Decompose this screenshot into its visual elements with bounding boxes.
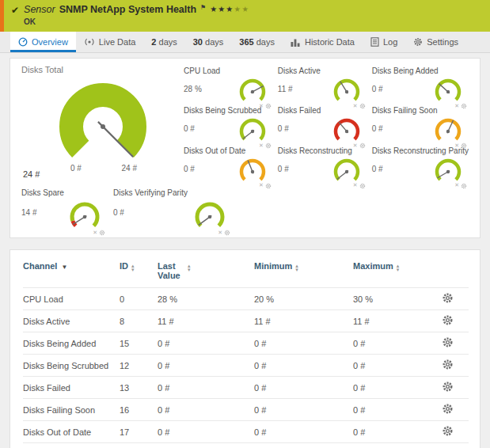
gauge-mute-icon[interactable]: ✕ xyxy=(353,182,358,188)
channel-actions-cell xyxy=(432,355,469,377)
tab-365-days[interactable]: 365 days xyxy=(231,32,283,52)
gauge-cpu-load[interactable]: CPU Load 28 % ✕ xyxy=(184,66,273,104)
gauge-settings-icon[interactable] xyxy=(359,98,366,112)
channel-cell: 12 xyxy=(120,355,158,377)
tab-30-days[interactable]: 30 days xyxy=(185,32,232,52)
gauge-action-icons: ✕ xyxy=(259,138,272,152)
gauge-settings-icon[interactable] xyxy=(265,178,272,192)
priority-stars-filled: ★★★ xyxy=(210,5,234,13)
channel-cell: 0 # xyxy=(158,443,254,448)
gauge-mute-icon[interactable]: ✕ xyxy=(259,142,264,148)
channel-settings-gear-icon[interactable] xyxy=(442,403,454,415)
gauge-mute-icon[interactable]: ✕ xyxy=(454,182,459,188)
gauge-settings-icon[interactable] xyxy=(461,178,467,192)
gauge-dial: ✕ xyxy=(234,116,273,152)
channel-settings-gear-icon[interactable] xyxy=(442,292,454,304)
gauge-mute-icon[interactable]: ✕ xyxy=(454,103,459,108)
channel-cell: 0 # xyxy=(254,355,353,377)
gauge-action-icons: ✕ xyxy=(353,98,366,112)
channel-name[interactable]: Disks Failing Soon xyxy=(23,399,120,421)
channel-name[interactable]: Disks Active xyxy=(23,310,120,332)
channel-settings-gear-icon[interactable] xyxy=(442,381,454,393)
tab-label: Settings xyxy=(427,37,458,47)
table-row: CPU Load028 %20 %30 % xyxy=(23,288,469,310)
tab-label: Overview xyxy=(32,37,68,47)
channel-table: Channel▼ID▴▾Last Value▴▾Minimum▴▾Maximum… xyxy=(23,256,469,448)
gauge-mute-icon[interactable]: ✕ xyxy=(93,230,97,235)
tab-historic-data[interactable]: Historic Data xyxy=(283,32,363,52)
table-row: Disks Being Added150 #0 #0 # xyxy=(23,332,469,355)
table-row: Disks Reconstructing90 #0 #0 # xyxy=(23,443,469,448)
main-gauge-max: 24 # xyxy=(122,164,137,173)
gauge-settings-icon[interactable] xyxy=(359,138,366,152)
gauge-action-icons: ✕ xyxy=(353,178,366,192)
gauge-settings-icon[interactable] xyxy=(265,138,272,152)
gauge-settings-icon[interactable] xyxy=(224,225,230,239)
channel-name[interactable]: Disks Being Scrubbed xyxy=(23,355,120,377)
channel-settings-gear-icon[interactable] xyxy=(442,359,454,370)
tab-live-data[interactable]: Live Data xyxy=(76,32,143,52)
gauge-title: Disks Active xyxy=(278,66,367,75)
tab-overview[interactable]: Overview xyxy=(10,32,76,52)
tab-2-days[interactable]: 2 days xyxy=(143,32,184,52)
gauge-disks-verifying-parity[interactable]: Disks Verifying Parity 0 # ✕ xyxy=(113,188,232,231)
column-header-minimum[interactable]: Minimum▴▾ xyxy=(254,256,353,288)
gauge-action-icons: ✕ xyxy=(454,138,467,152)
main-gauge[interactable]: Disks Total 0 # 24 # 24 # xyxy=(21,65,184,185)
sensor-page: ✔ Sensor SNMP NetApp System Health ⚑ ★★★… xyxy=(0,0,490,448)
left-edge-stripe xyxy=(0,0,4,32)
gauge-disks-being-added[interactable]: Disks Being Added 0 # ✕ xyxy=(372,66,469,104)
column-header-maximum[interactable]: Maximum▴▾ xyxy=(353,256,432,288)
channel-cell: 16 xyxy=(120,399,158,421)
gauge-action-icons: ✕ xyxy=(259,178,272,192)
gauge-mute-icon[interactable]: ✕ xyxy=(259,182,264,188)
gauge-mute-icon[interactable]: ✕ xyxy=(259,103,264,108)
channel-settings-gear-icon[interactable] xyxy=(442,314,454,326)
gauge-mute-icon[interactable]: ✕ xyxy=(454,142,459,148)
channel-name[interactable]: CPU Load xyxy=(23,288,120,310)
channel-cell: 0 # xyxy=(254,421,353,443)
gauge-settings-icon[interactable] xyxy=(99,225,105,239)
gauge-mute-icon[interactable]: ✕ xyxy=(353,142,358,148)
channel-name[interactable]: Disks Out of Date xyxy=(23,421,120,443)
channel-cell: 0 # xyxy=(353,332,432,355)
gauge-settings-icon[interactable] xyxy=(359,178,366,192)
channel-actions-cell xyxy=(432,377,469,399)
log-icon xyxy=(370,37,379,47)
gauge-dial: ✕ xyxy=(63,198,107,239)
page-title: SNMP NetApp System Health xyxy=(59,4,196,15)
gauge-action-icons: ✕ xyxy=(454,98,467,112)
tab-log[interactable]: Log xyxy=(363,32,405,52)
gauge-dial: ✕ xyxy=(328,76,367,112)
column-header-id[interactable]: ID▴▾ xyxy=(120,256,158,288)
gauge-mute-icon[interactable]: ✕ xyxy=(218,230,222,235)
table-row: Disks Failing Soon160 #0 #0 # xyxy=(23,399,469,421)
gauge-mute-icon[interactable]: ✕ xyxy=(353,103,358,108)
gauge-settings-icon[interactable] xyxy=(461,138,467,152)
channel-name[interactable]: Disks Being Added xyxy=(23,332,120,355)
gauge-dial: ✕ xyxy=(234,76,273,112)
gauge-disks-spare[interactable]: Disks Spare 14 # ✕ xyxy=(21,188,107,231)
channel-actions-cell xyxy=(432,443,469,448)
sort-icon: ▴▾ xyxy=(295,264,298,271)
gauge-settings-icon[interactable] xyxy=(265,98,272,112)
gauge-action-icons: ✕ xyxy=(93,225,105,239)
sort-icon: ▴▾ xyxy=(188,264,191,271)
overview-icon xyxy=(18,37,28,47)
main-gauge-min: 0 # xyxy=(70,164,82,173)
gauge-disks-active[interactable]: Disks Active 11 # ✕ xyxy=(278,66,367,104)
channel-name[interactable]: Disks Reconstructing xyxy=(23,443,120,448)
column-header-last-value[interactable]: Last Value▴▾ xyxy=(158,256,254,288)
column-header-channel[interactable]: Channel▼ xyxy=(23,256,120,288)
priority-stars-empty: ★★ xyxy=(234,5,249,13)
channel-actions-cell xyxy=(432,399,469,421)
priority-stars[interactable]: ★★★★★ xyxy=(210,5,249,13)
mini-gauge-grid: CPU Load 28 % ✕ Disks Active 11 # ✕ Disk… xyxy=(184,65,469,185)
gauges-panel: Disks Total 0 # 24 # 24 # CPU Load 28 % … xyxy=(9,58,481,238)
channel-settings-gear-icon[interactable] xyxy=(442,425,454,437)
gauge-settings-icon[interactable] xyxy=(461,98,467,112)
channel-name[interactable]: Disks Failed xyxy=(23,377,120,399)
gauge-title: Disks Spare xyxy=(21,188,107,197)
channel-settings-gear-icon[interactable] xyxy=(442,336,454,348)
tab-settings[interactable]: Settings xyxy=(405,32,466,52)
